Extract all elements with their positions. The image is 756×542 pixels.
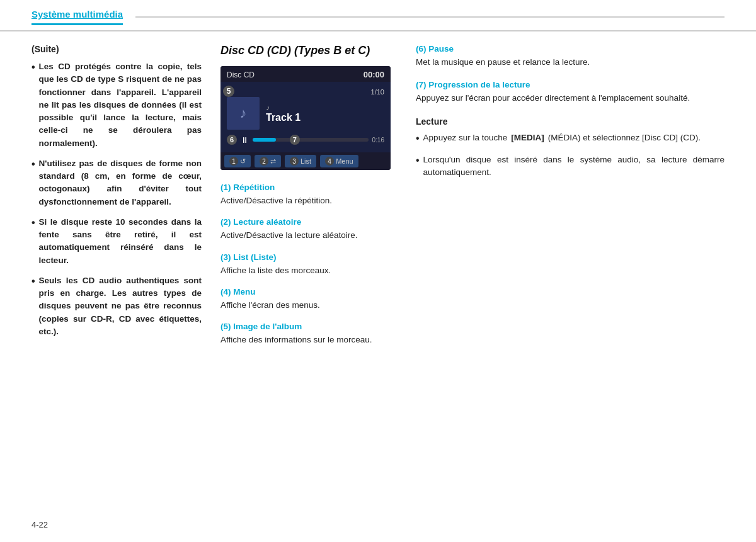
pause-icon: ⏸ bbox=[241, 135, 249, 145]
cd-screen: Disc CD 00:00 1/10 5 ♪ ♪ Track 1 6 bbox=[220, 66, 391, 170]
music-note-icon: ♪ bbox=[240, 105, 247, 121]
section-main-title: Disc CD (CD) (Types B et C) bbox=[220, 44, 397, 57]
list-item: Si le disque reste 10 secondes dans la f… bbox=[32, 216, 202, 267]
cd-screen-header: Disc CD 00:00 bbox=[220, 66, 391, 82]
desc-item-4: (4) Menu Affiche l'écran des menus. bbox=[220, 287, 397, 312]
right-item-7-title: (7) Progression de la lecture bbox=[416, 80, 724, 89]
track-area: 5 ♪ ♪ Track 1 bbox=[227, 97, 384, 130]
desc-item-4-text: Affiche l'écran des menus. bbox=[220, 299, 397, 312]
num-5-badge: 5 bbox=[223, 86, 234, 97]
btn2-num: 2 bbox=[260, 157, 268, 166]
desc-item-2-title: (2) Lecture aléatoire bbox=[220, 217, 397, 227]
right-item-7-text: Appuyez sur l'écran pour accéder directe… bbox=[416, 92, 724, 104]
desc-item-3-title: (3) List (Liste) bbox=[220, 252, 397, 262]
desc-item-5-text: Affiche des informations sur le morceau. bbox=[220, 334, 397, 346]
lecture-list-item-2: Lorsqu'un disque est inséré dans le syst… bbox=[416, 154, 724, 179]
left-column: (Suite) Les CD protégés contre la copie,… bbox=[32, 44, 202, 523]
btn4-label: Menu bbox=[336, 157, 353, 165]
right-column: (6) Pause Met la musique en pause et rel… bbox=[416, 44, 724, 523]
suite-title: (Suite) bbox=[32, 44, 202, 54]
bullet-list: Les CD protégés contre la copie, tels qu… bbox=[32, 60, 202, 338]
lecture-title: Lecture bbox=[416, 116, 724, 127]
desc-item-2: (2) Lecture aléatoire Active/Désactive l… bbox=[220, 217, 397, 242]
desc-item-3-text: Affiche la liste des morceaux. bbox=[220, 264, 397, 277]
track-icon: ♪ bbox=[266, 103, 384, 112]
desc-item-5-title: (5) Image de l'album bbox=[220, 322, 397, 331]
btn3-label: List bbox=[301, 157, 311, 165]
progress-bar: 7 bbox=[253, 138, 369, 142]
btn4-num: 4 bbox=[325, 157, 334, 166]
desc-item-5: (5) Image de l'album Affiche des informa… bbox=[220, 322, 397, 346]
cd-screen-footer: 1 ↺ 2 ⇌ 3 List 4 Menu bbox=[220, 152, 391, 170]
progress-bar-fill bbox=[253, 138, 276, 142]
cd-screen-body: 1/10 5 ♪ ♪ Track 1 6 ⏸ 7 bbox=[220, 82, 391, 152]
menu-button[interactable]: 4 Menu bbox=[320, 155, 358, 167]
btn1-num: 1 bbox=[229, 157, 238, 166]
track-info: ♪ Track 1 bbox=[266, 103, 384, 123]
btn1-icon: ↺ bbox=[240, 157, 246, 166]
btn3-num: 3 bbox=[290, 157, 299, 166]
desc-item-1: (1) Répétition Active/Désactive la répét… bbox=[220, 183, 397, 207]
list-item: N'utilisez pas de disques de forme non s… bbox=[32, 157, 202, 208]
shuffle-button[interactable]: 2 ⇌ bbox=[255, 155, 281, 167]
num-7-badge: 7 bbox=[290, 135, 300, 145]
mid-column: Disc CD (CD) (Types B et C) Disc CD 00:0… bbox=[220, 44, 397, 523]
list-item: Seuls les CD audio authentiques sont pri… bbox=[32, 274, 202, 338]
list-button[interactable]: 3 List bbox=[285, 155, 316, 167]
repeat-button[interactable]: 1 ↺ bbox=[224, 155, 251, 167]
media-bold: [MEDIA] bbox=[511, 132, 544, 146]
progress-row: 6 ⏸ 7 0:16 bbox=[227, 135, 384, 145]
desc-item-1-title: (1) Répétition bbox=[220, 183, 397, 192]
right-item-7: (7) Progression de la lecture Appuyez su… bbox=[416, 80, 724, 104]
desc-item-3: (3) List (Liste) Affiche la liste des mo… bbox=[220, 252, 397, 277]
time-label: 00:00 bbox=[364, 70, 384, 79]
page-header: Système multimédia bbox=[0, 0, 756, 31]
time-remaining: 0:16 bbox=[372, 137, 384, 144]
header-divider bbox=[135, 16, 724, 18]
main-content: (Suite) Les CD protégés contre la copie,… bbox=[0, 31, 756, 536]
right-item-6: (6) Pause Met la musique en pause et rel… bbox=[416, 44, 724, 69]
disc-label: Disc CD bbox=[227, 71, 255, 79]
btn2-icon: ⇌ bbox=[270, 157, 276, 166]
desc-item-1-text: Active/Désactive la répétition. bbox=[220, 195, 397, 207]
list-item: Les CD protégés contre la copie, tels qu… bbox=[32, 60, 202, 150]
desc-item-4-title: (4) Menu bbox=[220, 287, 397, 296]
page-number: 4-22 bbox=[32, 520, 48, 529]
right-item-6-text: Met la musique en pause et relance la le… bbox=[416, 56, 724, 69]
lecture-bullet-list: Appuyez sur la touche [MEDIA] (MÉDIA) et… bbox=[416, 132, 724, 179]
album-art: 5 ♪ bbox=[227, 97, 260, 130]
lecture-list-item-1: Appuyez sur la touche [MEDIA] (MÉDIA) et… bbox=[416, 132, 724, 146]
track-name: Track 1 bbox=[266, 112, 384, 123]
num-6-badge: 6 bbox=[227, 135, 237, 145]
header-title: Système multimédia bbox=[32, 9, 123, 25]
desc-item-2-text: Active/Désactive la lecture aléatoire. bbox=[220, 229, 397, 242]
track-num-badge: 1/10 bbox=[227, 88, 384, 96]
right-item-6-title: (6) Pause bbox=[416, 44, 724, 54]
